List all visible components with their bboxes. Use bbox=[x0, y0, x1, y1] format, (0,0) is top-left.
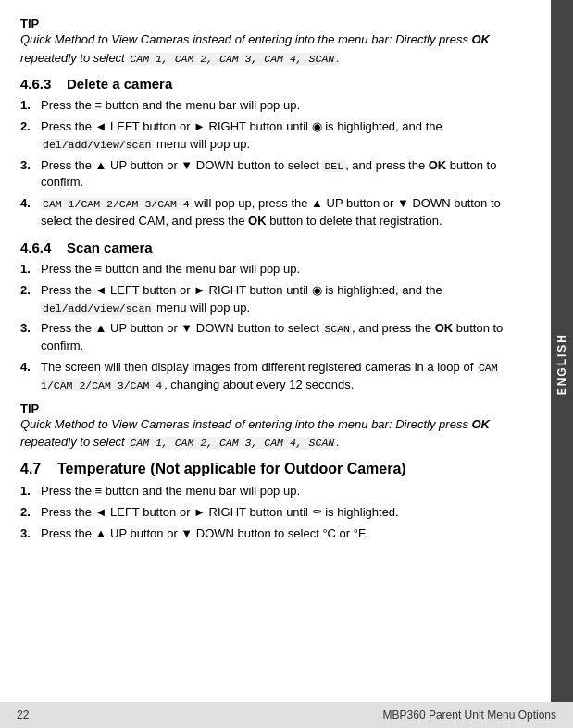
item-num: 1. bbox=[20, 97, 41, 115]
side-tab: ENGLISH bbox=[551, 0, 573, 728]
tip2-cam-codes: CAM 1, CAM 2, CAM 3, CAM 4, SCAN bbox=[128, 437, 336, 449]
list-item: 2. Press the ◄ LEFT button or ► RIGHT bu… bbox=[20, 282, 534, 317]
item-content: CAM 1/CAM 2/CAM 3/CAM 4 will pop up, pre… bbox=[41, 195, 534, 230]
mono-code: SCAN bbox=[322, 323, 352, 335]
item-content: Press the ▲ UP button or ▼ DOWN button t… bbox=[41, 320, 534, 355]
item-num: 1. bbox=[20, 483, 41, 500]
item-num: 3. bbox=[20, 320, 41, 355]
item-content: Press the ◄ LEFT button or ► RIGHT butto… bbox=[41, 504, 534, 522]
list-item: 1. Press the ≡ button and the menu bar w… bbox=[20, 97, 534, 115]
item-content: The screen will then display images from… bbox=[41, 359, 534, 394]
mono-code: del/add/view/scan bbox=[41, 139, 153, 151]
tip-label-2: TIP bbox=[20, 401, 534, 415]
section-464-list: 1. Press the ≡ button and the menu bar w… bbox=[20, 261, 534, 394]
item-content: Press the ▲ UP button or ▼ DOWN button t… bbox=[41, 157, 534, 192]
tip1-text2: repeatedly to select bbox=[20, 51, 128, 65]
mono-code: del/add/view/scan bbox=[41, 302, 153, 315]
section-47-heading: 4.7 Temperature (Not applicable for Outd… bbox=[20, 461, 534, 477]
item-content: Press the ≡ button and the menu bar will… bbox=[41, 97, 534, 115]
tip1-period: . bbox=[336, 51, 340, 65]
footer-bar: 22 MBP360 Parent Unit Menu Options bbox=[0, 702, 573, 728]
section-463-list: 1. Press the ≡ button and the menu bar w… bbox=[20, 97, 534, 230]
item-num: 4. bbox=[20, 195, 41, 230]
mono-code: CAM 1/CAM 2/CAM 3/CAM 4 bbox=[41, 362, 498, 391]
item-content: Press the ≡ button and the menu bar will… bbox=[41, 261, 534, 278]
tip1-ok: OK bbox=[472, 32, 491, 46]
tip-block-1: TIP Quick Method to View Cameras instead… bbox=[20, 17, 534, 67]
footer-title: MBP360 Parent Unit Menu Options bbox=[383, 709, 556, 722]
item-num: 2. bbox=[20, 504, 41, 522]
tip2-text2: repeatedly to select bbox=[20, 435, 128, 449]
item-content: Press the ◄ LEFT button or ► RIGHT butto… bbox=[41, 118, 534, 154]
item-num: 2. bbox=[20, 118, 41, 154]
tip2-period: . bbox=[336, 435, 340, 449]
ok-text: OK bbox=[248, 214, 267, 228]
page-content: TIP Quick Method to View Cameras instead… bbox=[0, 0, 573, 562]
tip1-text: Quick Method to View Cameras instead of … bbox=[20, 32, 472, 46]
list-item: 4. The screen will then display images f… bbox=[20, 359, 534, 394]
ok-text: OK bbox=[429, 158, 447, 172]
list-item: 2. Press the ◄ LEFT button or ► RIGHT bu… bbox=[20, 504, 534, 522]
section-464-heading: 4.6.4 Scan camera bbox=[20, 240, 534, 255]
tip-block-2: TIP Quick Method to View Cameras instead… bbox=[20, 401, 534, 451]
tip-text-1: Quick Method to View Cameras instead of … bbox=[20, 31, 534, 67]
list-item: 3. Press the ▲ UP button or ▼ DOWN butto… bbox=[20, 525, 534, 543]
tip2-text: Quick Method to View Cameras instead of … bbox=[20, 417, 472, 431]
item-num: 3. bbox=[20, 157, 41, 192]
item-num: 3. bbox=[20, 525, 41, 543]
list-item: 1. Press the ≡ button and the menu bar w… bbox=[20, 483, 534, 500]
tip2-ok: OK bbox=[472, 417, 491, 431]
section-47-list: 1. Press the ≡ button and the menu bar w… bbox=[20, 483, 534, 543]
list-item: 4. CAM 1/CAM 2/CAM 3/CAM 4 will pop up, … bbox=[20, 195, 534, 230]
item-content: Press the ≡ button and the menu bar will… bbox=[41, 483, 534, 500]
tip-text-2: Quick Method to View Cameras instead of … bbox=[20, 415, 534, 451]
section-463-heading: 4.6.3 Delete a camera bbox=[20, 76, 534, 92]
mono-code: CAM 1/CAM 2/CAM 3/CAM 4 bbox=[41, 198, 192, 210]
mono-code: DEL bbox=[322, 160, 345, 172]
item-num: 2. bbox=[20, 282, 41, 317]
tip1-cam-codes: CAM 1, CAM 2, CAM 3, CAM 4, SCAN bbox=[128, 53, 336, 65]
item-num: 1. bbox=[20, 261, 41, 278]
list-item: 3. Press the ▲ UP button or ▼ DOWN butto… bbox=[20, 320, 534, 355]
item-num: 4. bbox=[20, 359, 41, 394]
list-item: 1. Press the ≡ button and the menu bar w… bbox=[20, 261, 534, 278]
item-content: Press the ▲ UP button or ▼ DOWN button t… bbox=[41, 525, 534, 543]
page-number: 22 bbox=[17, 709, 29, 722]
list-item: 3. Press the ▲ UP button or ▼ DOWN butto… bbox=[20, 157, 534, 192]
list-item: 2. Press the ◄ LEFT button or ► RIGHT bu… bbox=[20, 118, 534, 154]
item-content: Press the ◄ LEFT button or ► RIGHT butto… bbox=[41, 282, 534, 317]
tip-label-1: TIP bbox=[20, 17, 534, 31]
language-label: ENGLISH bbox=[555, 333, 568, 395]
ok-text: OK bbox=[435, 321, 454, 335]
